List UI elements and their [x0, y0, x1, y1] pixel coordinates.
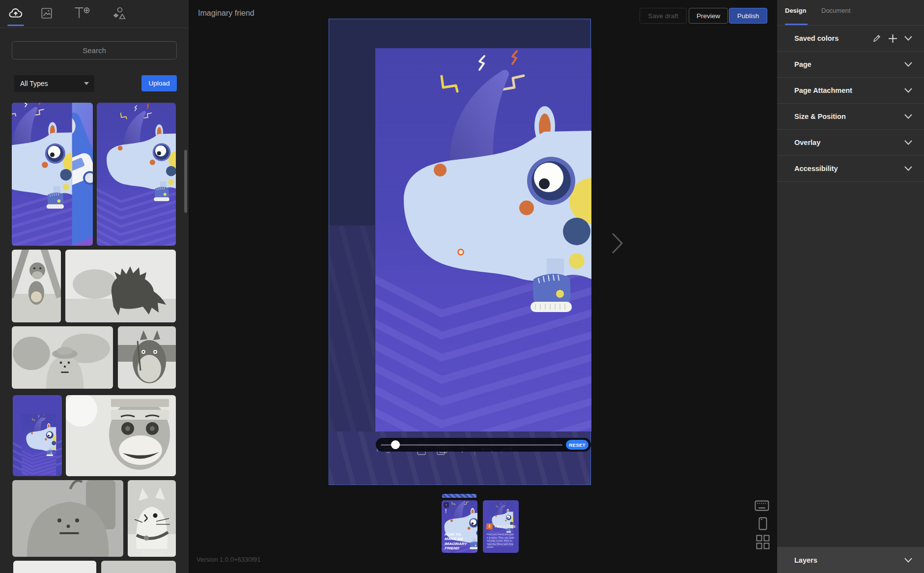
- asset-panel-scrollbar[interactable]: [184, 150, 187, 213]
- asset-panel: All Types Upload: [0, 0, 189, 573]
- chevron-down-icon[interactable]: [904, 62, 912, 67]
- upload-button[interactable]: Upload: [141, 75, 177, 91]
- asset-type-dropdown[interactable]: All Types: [14, 75, 94, 92]
- asset-thumbnail-wooden-monkey[interactable]: [12, 250, 61, 322]
- hotspot-marker[interactable]: [457, 249, 464, 256]
- tab-document[interactable]: Document: [821, 7, 850, 14]
- keyboard-shortcuts-icon[interactable]: [755, 500, 769, 513]
- reset-button[interactable]: RESET: [566, 440, 588, 450]
- section-size-position[interactable]: Size & Position: [777, 104, 924, 130]
- save-draft-button[interactable]: Save draft: [640, 8, 687, 24]
- section-label: Saved colors: [794, 34, 866, 42]
- editor-canvas-area: Imaginary friend Save draft Preview Publ…: [189, 0, 777, 573]
- edit-pencil-icon[interactable]: [872, 34, 881, 43]
- marker-glyph: !: [445, 509, 447, 514]
- asset-thumbnail-story-cover[interactable]: [12, 103, 93, 246]
- back-icon: ‹: [444, 502, 449, 508]
- section-label: Accessibility: [794, 165, 897, 172]
- section-label: Overlay: [794, 139, 897, 146]
- asset-thumbnail-rhino-page[interactable]: [97, 103, 176, 246]
- story-page-artwork[interactable]: [375, 48, 591, 431]
- story-editor-app: All Types Upload: [0, 0, 924, 573]
- section-overlay[interactable]: Overlay: [777, 130, 924, 156]
- version-label: Version 1.0.0+6330f91: [196, 556, 260, 563]
- chevron-down-icon: [84, 82, 89, 86]
- page-thumbnail-2[interactable]: 1 FIND & NAME Find your friend and give …: [483, 500, 519, 553]
- toolbar-divider: [0, 28, 189, 28]
- document-title: Imaginary friend: [198, 9, 254, 18]
- asset-thumbnail-plush-creature[interactable]: [12, 480, 123, 557]
- shapes-icon[interactable]: [112, 6, 127, 22]
- scrubber-track[interactable]: [381, 444, 562, 446]
- section-label: Page: [794, 60, 897, 68]
- page-thumbnail-body: Find your friend and give it a name. The…: [487, 533, 515, 549]
- asset-thumbnail-cat-plush[interactable]: [128, 480, 176, 557]
- section-label: Size & Position: [794, 113, 897, 120]
- asset-thumbnail-photo[interactable]: [101, 561, 176, 573]
- asset-thumbnail-totoro[interactable]: [118, 326, 176, 389]
- section-saved-colors[interactable]: Saved colors: [777, 26, 924, 52]
- asset-thumbnail-photo[interactable]: [13, 561, 96, 573]
- inspector-panel: Design Document Saved colors Page: [777, 0, 924, 573]
- section-accessibility[interactable]: Accessibility: [777, 156, 924, 182]
- layers-label: Layers: [794, 556, 897, 564]
- preview-button[interactable]: Preview: [689, 8, 728, 24]
- scrubber-thumb[interactable]: [391, 440, 400, 449]
- add-color-icon[interactable]: [888, 34, 897, 43]
- chevron-down-icon[interactable]: [904, 166, 912, 171]
- asset-thumbnail-rhino-small[interactable]: [13, 395, 62, 476]
- image-icon[interactable]: [40, 7, 53, 22]
- search-input[interactable]: [12, 41, 177, 59]
- layers-section[interactable]: Layers: [777, 547, 924, 573]
- section-label: Page Attachment: [794, 86, 897, 94]
- page-thumbnail-1[interactable]: ‹ ! HOW TO MAKE AN IMAGINARY FRIEND: [442, 500, 477, 553]
- tab-design[interactable]: Design: [785, 7, 806, 14]
- chevron-down-icon[interactable]: [904, 140, 912, 145]
- page-canvas[interactable]: Page 1: [329, 19, 591, 485]
- current-page-indicator: [442, 494, 476, 498]
- chevron-down-icon[interactable]: [904, 114, 912, 119]
- grid-view-icon[interactable]: [756, 535, 770, 551]
- page-overflow-left: [330, 226, 375, 431]
- chevron-down-icon[interactable]: [904, 36, 912, 41]
- inspector-tabs: Design Document: [777, 0, 924, 26]
- asset-thumbnail-dinosaur[interactable]: [65, 250, 176, 322]
- chevron-down-icon[interactable]: [904, 88, 912, 93]
- asset-thumbnail-figurines[interactable]: [12, 326, 113, 389]
- asset-type-value: All Types: [20, 80, 84, 87]
- chevron-down-icon[interactable]: [904, 558, 912, 563]
- animation-scrubber[interactable]: RESET: [376, 438, 591, 452]
- active-tool-underline: [7, 25, 24, 26]
- page-thumbnail-title: HOW TO MAKE AN IMAGINARY FRIEND: [445, 532, 467, 550]
- text-add-icon[interactable]: [74, 6, 90, 22]
- page-thumbnail-heading: FIND & NAME: [495, 525, 516, 528]
- section-page[interactable]: Page: [777, 52, 924, 78]
- cloud-upload-icon[interactable]: [8, 6, 24, 23]
- active-tab-underline: [785, 24, 808, 25]
- asset-thumbnail-sock-monkey[interactable]: [66, 395, 176, 476]
- step-badge: 1: [486, 523, 493, 529]
- section-page-attachment[interactable]: Page Attachment: [777, 78, 924, 104]
- device-preview-icon[interactable]: [758, 517, 767, 532]
- next-page-chevron-icon[interactable]: [610, 232, 625, 255]
- publish-button[interactable]: Publish: [729, 8, 767, 24]
